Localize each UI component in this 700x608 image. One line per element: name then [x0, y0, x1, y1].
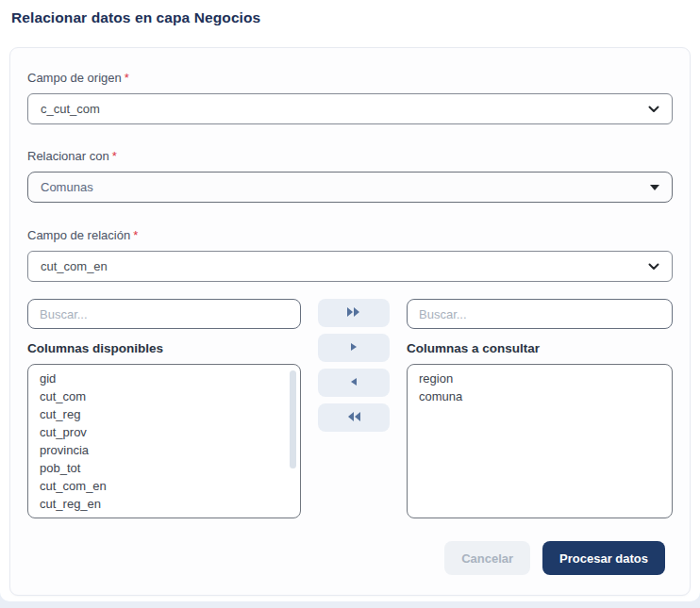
list-item[interactable]: provincia	[40, 441, 300, 459]
origin-field-value: c_cut_com	[41, 102, 100, 116]
required-asterisk: *	[112, 149, 117, 163]
list-item[interactable]: cut_com	[40, 387, 300, 405]
page-title: Relacionar datos en capa Negocios	[0, 0, 700, 26]
available-columns-list[interactable]: gidcut_comcut_regcut_provprovinciapob_to…	[27, 364, 301, 518]
dual-list-section: Columnas disponibles gidcut_comcut_regcu…	[27, 299, 673, 518]
relation-field-label-text: Campo de relación	[27, 228, 130, 242]
relation-field-value: cut_com_en	[41, 259, 108, 273]
required-asterisk: *	[125, 71, 129, 85]
required-asterisk: *	[133, 228, 138, 242]
move-all-left-button[interactable]	[318, 403, 390, 432]
origin-field-select[interactable]: c_cut_com	[27, 93, 673, 124]
selected-columns-label: Columnas a consultar	[407, 341, 673, 355]
footer-actions: Cancelar Procesar datos	[27, 541, 673, 575]
move-right-button[interactable]	[318, 334, 390, 362]
cancel-button[interactable]: Cancelar	[444, 541, 530, 575]
available-column: Columnas disponibles gidcut_comcut_regcu…	[27, 299, 301, 518]
right-arrow-icon	[349, 341, 358, 355]
relate-with-label: Relacionar con*	[27, 149, 673, 163]
relation-field-select[interactable]: cut_com_en	[27, 251, 673, 282]
relate-with-label-text: Relacionar con	[27, 149, 109, 163]
list-item[interactable]: gid	[40, 370, 300, 387]
list-item[interactable]: cut_reg_en	[40, 495, 300, 513]
relate-with-select[interactable]: Comunas	[27, 172, 673, 203]
available-columns-label: Columnas disponibles	[27, 341, 301, 355]
scrollbar-thumb[interactable]	[290, 370, 296, 468]
list-item[interactable]: cod_reg	[40, 513, 300, 518]
origin-field-label-text: Campo de origen	[27, 71, 122, 85]
list-item[interactable]: cut_prov	[40, 423, 300, 441]
move-all-right-button[interactable]	[318, 299, 390, 327]
double-right-arrow-icon	[345, 305, 362, 321]
caret-down-icon	[650, 185, 659, 190]
list-item[interactable]: pob_tot	[40, 459, 300, 477]
list-item[interactable]: cut_com_en	[40, 477, 300, 495]
move-left-button[interactable]	[318, 369, 390, 397]
selected-columns-list[interactable]: regioncomuna	[407, 364, 673, 518]
double-left-arrow-icon	[345, 410, 362, 426]
relate-data-card: Campo de origen* c_cut_com Relacionar co…	[9, 47, 691, 596]
list-item[interactable]: comuna	[419, 387, 672, 405]
chevron-down-icon	[648, 102, 659, 116]
chevron-down-icon	[648, 259, 659, 273]
selected-column: Columnas a consultar regioncomuna	[407, 299, 673, 518]
list-item[interactable]: cut_reg	[40, 405, 300, 423]
origin-field-label: Campo de origen*	[27, 71, 673, 85]
search-selected-input[interactable]	[407, 299, 673, 329]
left-arrow-icon	[349, 376, 358, 390]
process-data-button[interactable]: Procesar datos	[542, 541, 665, 575]
relation-field-label: Campo de relación*	[27, 228, 673, 242]
search-available-input[interactable]	[27, 299, 301, 329]
list-item[interactable]: region	[419, 370, 672, 387]
relate-with-value: Comunas	[41, 180, 93, 194]
content-panel: Relacionar datos en capa Negocios Campo …	[0, 0, 700, 601]
transfer-controls	[301, 299, 407, 518]
